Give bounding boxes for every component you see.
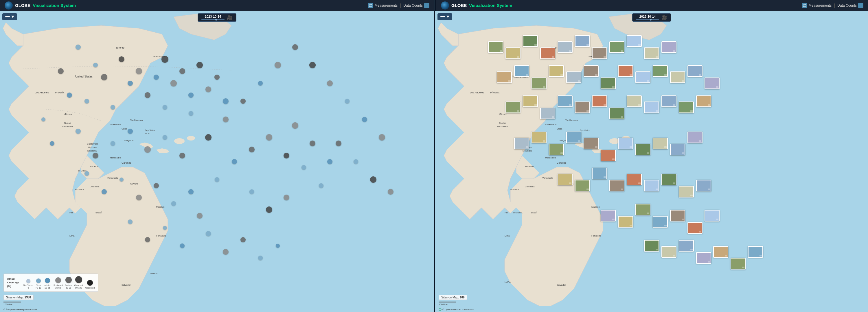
date-text-left: 2023-10-14 — [205, 15, 221, 18]
nav-measurements-right[interactable]: Measurements — [802, 3, 832, 8]
legend-box-left: Cloud Coverage (%) No Clouds 0 Clear >0-… — [3, 274, 98, 292]
brand-vis-right[interactable]: Visualization System — [469, 3, 512, 8]
left-map-panel[interactable]: United States Toronto Washington Los Ang… — [0, 11, 434, 312]
sites-badge-right: Sites on Map: 169 — [439, 295, 467, 300]
date-text-right: 2023-10-14 — [640, 15, 656, 18]
globe-logo-left — [5, 1, 13, 9]
scale-bar-right: 1000 km — [439, 302, 456, 306]
legend-title-left: Cloud Coverage (%) — [7, 277, 19, 288]
svg-rect-43 — [5, 18, 10, 18]
camera-icon-left: 🎥 — [227, 15, 232, 20]
camera-icon-right: 🎥 — [661, 15, 667, 20]
svg-rect-0 — [369, 5, 372, 7]
svg-rect-41 — [5, 15, 10, 15]
globe-logo-right — [441, 1, 449, 9]
attribution-right: © OpenStreetMap contributors. — [439, 308, 474, 311]
nav-measurements-left[interactable]: Measurements — [368, 3, 398, 8]
nav-data-counts-right[interactable]: Data Counts — [837, 3, 863, 8]
brand-globe-left: GLOBE — [15, 3, 30, 8]
brand-vis-left[interactable]: Visualization System — [33, 3, 76, 8]
svg-rect-42 — [5, 16, 10, 17]
sites-badge-left: Sites on Map: 2358 — [3, 295, 34, 300]
right-map-panel[interactable]: United States Toronto Washington Los Ang… — [435, 11, 868, 312]
svg-point-79 — [439, 308, 441, 311]
date-badge-left[interactable]: 2023-10-14 🎥 — [197, 13, 237, 22]
nav-divider-right: | — [834, 3, 835, 8]
date-badge-right[interactable]: 2023-10-14 🎥 — [632, 13, 671, 22]
scale-bar-left: 1000 km — [3, 302, 21, 306]
brand-globe-right: GLOBE — [452, 3, 467, 8]
left-map-dots — [0, 11, 434, 312]
svg-rect-3 — [803, 5, 806, 7]
nav-divider-left: | — [400, 3, 401, 8]
right-header: GLOBE Visualization System Measurements … — [435, 0, 868, 11]
layers-button-right[interactable] — [437, 13, 452, 20]
right-map-photos — [435, 11, 868, 312]
left-header: GLOBE Visualization System Measurements … — [0, 0, 434, 11]
svg-rect-78 — [440, 18, 445, 18]
attribution-left: © © OpenStreetMap contributors. — [3, 308, 38, 311]
nav-data-counts-left[interactable]: Data Counts — [403, 3, 429, 8]
svg-rect-76 — [440, 15, 445, 15]
svg-rect-77 — [440, 16, 445, 17]
layers-button-left[interactable] — [2, 13, 17, 20]
